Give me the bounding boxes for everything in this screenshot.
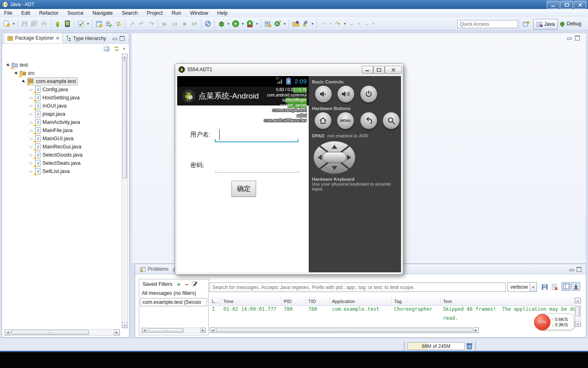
col-time[interactable]: Time xyxy=(221,297,281,305)
new-class-button[interactable]: C xyxy=(273,19,283,29)
view-menu-icon[interactable]: ▼ xyxy=(122,47,126,51)
run-button[interactable] xyxy=(231,19,241,29)
toggle-filters-pane-button[interactable] xyxy=(561,282,570,291)
new-class-dropdown[interactable]: ▼ xyxy=(283,19,287,29)
quick-access-input[interactable] xyxy=(457,20,518,28)
col-tag[interactable]: Tag xyxy=(392,297,441,305)
home-button[interactable] xyxy=(314,112,332,129)
tree-item-file[interactable]: ▷JMainFile.java xyxy=(3,126,120,135)
search-button[interactable] xyxy=(301,19,310,29)
menu-source[interactable]: Source xyxy=(67,10,84,16)
tree-item-file[interactable]: ▷JMainRecGui.java xyxy=(3,143,120,151)
scroll-to-latest-button[interactable] xyxy=(571,282,580,291)
col-application[interactable]: Application xyxy=(330,297,392,305)
ok-button[interactable]: 确定 xyxy=(232,181,256,197)
next-annotation-dropdown[interactable]: ▼ xyxy=(343,19,347,29)
menu-search[interactable]: Search xyxy=(122,10,138,16)
run-dropdown[interactable]: ▼ xyxy=(241,19,245,29)
search-button-emulator[interactable] xyxy=(383,112,400,129)
console-minimize-icon[interactable] xyxy=(569,267,575,272)
net-percent-ball[interactable]: 90% xyxy=(534,314,550,330)
menu-button[interactable]: MENU xyxy=(337,112,354,129)
expander-icon[interactable]: ▶ xyxy=(20,78,28,85)
step-over-button[interactable]: ↶ xyxy=(137,19,147,29)
back-button[interactable]: ← xyxy=(347,19,357,29)
open-task-button[interactable] xyxy=(291,19,301,29)
save-all-button[interactable] xyxy=(29,19,39,29)
emulator-minimize-button[interactable] xyxy=(362,66,373,74)
forward-button[interactable]: → xyxy=(361,19,371,29)
tree-item-file[interactable]: ▷JSelectGoods.java xyxy=(3,151,120,159)
search-dropdown[interactable]: ▼ xyxy=(310,19,315,29)
coverage-button[interactable] xyxy=(245,19,255,29)
remove-filter-button[interactable]: − xyxy=(185,281,189,288)
next-annotation-button[interactable]: ↷ xyxy=(333,19,343,29)
tab-package-explorer[interactable]: Package Explorer ✖ xyxy=(4,33,63,43)
last-edit-location-button[interactable]: ↶ xyxy=(318,19,328,29)
new-java-project-button[interactable] xyxy=(263,19,273,29)
dpad-control[interactable] xyxy=(313,140,356,176)
tree-item-file[interactable]: ▷JConfig.java xyxy=(3,85,120,94)
last-edit-dropdown[interactable]: ▼ xyxy=(328,19,333,29)
avd-manager-button[interactable] xyxy=(62,19,72,29)
col-level[interactable]: L... xyxy=(209,297,221,305)
terminate-button[interactable]: ■ xyxy=(180,19,189,29)
debug-perspective-button[interactable]: Debug xyxy=(557,19,584,29)
log-vscrollbar[interactable]: ▲ ▼ xyxy=(575,298,581,327)
col-text[interactable]: Text xyxy=(441,297,575,305)
volume-down-button[interactable] xyxy=(315,85,332,103)
col-pid[interactable]: PID xyxy=(281,297,306,305)
skip-all-breakpoints-button[interactable] xyxy=(203,19,213,29)
new-wizard-dropdown[interactable]: ▼ xyxy=(11,19,16,29)
editor-maximize-icon[interactable] xyxy=(575,36,580,40)
tree-item-file[interactable]: ▷JSelectSeats.java xyxy=(3,159,120,167)
new-wizard-button[interactable] xyxy=(2,19,11,29)
tree-item-file[interactable]: ▷JInGUI.java xyxy=(3,102,120,110)
step-return-button[interactable]: ↷ xyxy=(147,19,156,29)
run-last-launch-button[interactable] xyxy=(76,19,86,29)
emulator-close-button[interactable] xyxy=(385,66,402,74)
explorer-vscrollbar[interactable]: ▲ ⋮ ▼ xyxy=(122,54,128,328)
menu-window[interactable]: Window xyxy=(190,10,208,16)
menu-file[interactable]: File xyxy=(4,10,12,16)
tab-type-hierarchy[interactable]: Type Hierarchy xyxy=(63,34,109,43)
menu-refactor[interactable]: Refactor xyxy=(39,10,58,16)
col-tid[interactable]: TID xyxy=(306,297,330,305)
filters-hscrollbar[interactable]: ◀ ⋯ ▶ xyxy=(141,328,206,333)
save-log-button[interactable] xyxy=(540,283,549,291)
android-sdk-manager-button[interactable] xyxy=(53,19,62,29)
tree-item-package[interactable]: ▶ com.example.test xyxy=(3,77,120,85)
tab-problems[interactable]: Problems xyxy=(137,264,172,274)
lint-check-button[interactable] xyxy=(104,19,114,29)
clear-log-button[interactable] xyxy=(550,283,559,291)
link-with-editor-button[interactable] xyxy=(113,45,120,52)
log-row[interactable]: I 01-02 14:09:01.777 780 780 com.example… xyxy=(209,306,575,314)
back-dropdown[interactable]: ▼ xyxy=(357,19,361,29)
drop-to-frame-button[interactable]: ↗ xyxy=(127,19,137,29)
log-hscrollbar[interactable]: ◀ ⋯ ▶ xyxy=(209,327,479,333)
edit-filter-button[interactable] xyxy=(192,281,198,287)
emulator-maximize-button[interactable] xyxy=(373,66,385,74)
close-button[interactable] xyxy=(574,1,586,9)
filter-item-session[interactable]: com.example.test (Sessio xyxy=(140,298,207,306)
menu-edit[interactable]: Edit xyxy=(21,10,30,16)
tree-item-project[interactable]: ▶ test xyxy=(3,61,120,69)
expander-icon[interactable]: ▷ xyxy=(28,112,34,116)
debug-button[interactable] xyxy=(216,19,226,29)
tree-item-file[interactable]: ▷JSellList.java xyxy=(3,167,120,175)
close-tab-icon[interactable]: ✖ xyxy=(56,36,59,40)
filter-item-all[interactable]: All messages (no filters) xyxy=(139,289,208,297)
run-garbage-collector-button[interactable] xyxy=(466,343,472,351)
debug-dropdown[interactable]: ▼ xyxy=(226,19,231,29)
menu-help[interactable]: Help xyxy=(217,10,228,16)
tree-item-file[interactable]: ▷Jjniapi.java xyxy=(3,110,120,118)
logcat-search-input[interactable] xyxy=(209,283,506,292)
minimize-button[interactable] xyxy=(547,1,559,9)
add-filter-button[interactable]: ＋ xyxy=(176,280,182,288)
forward-dropdown[interactable]: ▼ xyxy=(371,19,376,29)
sync-button[interactable] xyxy=(114,19,123,29)
suspend-button[interactable]: ▮▮ xyxy=(170,19,180,29)
save-button[interactable] xyxy=(20,19,29,29)
print-button[interactable] xyxy=(39,19,49,29)
username-input[interactable] xyxy=(215,141,298,142)
